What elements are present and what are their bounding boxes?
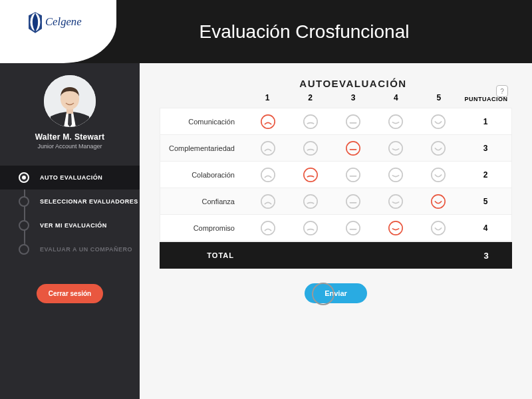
- sidebar-item-0[interactable]: AUTO EVALUACIÓN: [0, 166, 140, 190]
- svg-point-11: [304, 141, 317, 154]
- criterion-label: Colaboración: [160, 171, 247, 179]
- nav-step-dot-icon: [19, 244, 29, 255]
- rating-level-header: 4: [382, 93, 409, 102]
- rating-face-5[interactable]: [430, 114, 446, 130]
- user-role: Junior Account Manager: [35, 143, 105, 150]
- sidebar-item-1[interactable]: SELECCIONAR EVALUADORES: [0, 190, 140, 213]
- user-profile: Walter M. Stewart Junior Account Manager: [35, 63, 105, 163]
- rating-face-5[interactable]: [430, 140, 446, 156]
- rating-face-4[interactable]: [388, 114, 404, 130]
- svg-point-19: [432, 168, 445, 181]
- sidebar-item-label: SELECCIONAR EVALUADORES: [40, 198, 138, 205]
- rating-face-2[interactable]: [303, 167, 319, 183]
- row-score: 3: [460, 144, 511, 153]
- svg-point-26: [304, 221, 317, 234]
- sidebar-item-3: EVALUAR A UN COMPAÑERO: [0, 237, 140, 261]
- row-score: 4: [460, 223, 511, 233]
- rating-face-2[interactable]: [303, 114, 319, 130]
- nav-step-dot-icon: [19, 196, 29, 207]
- rating-face-5[interactable]: [430, 167, 446, 183]
- rating-face-3[interactable]: [345, 114, 361, 130]
- rating-cells: [247, 140, 460, 156]
- rating-face-3[interactable]: [345, 167, 361, 183]
- avatar: [44, 75, 96, 127]
- total-row: TOTAL 3: [160, 242, 512, 269]
- rating-level-header: 3: [340, 93, 366, 102]
- table-row: Comunicación 1: [160, 108, 511, 135]
- brand-logo: Celgene: [0, 0, 116, 63]
- criterion-label: Complementariedad: [160, 144, 247, 152]
- criterion-label: Compromiso: [160, 224, 247, 232]
- table-header-row: AUTOEVALUACIÓN 12345 ? PUNTUACIÓN: [160, 78, 512, 102]
- svg-point-28: [389, 221, 402, 234]
- rating-face-3[interactable]: [345, 220, 361, 236]
- submit-button[interactable]: Enviar: [305, 283, 367, 303]
- rating-face-3[interactable]: [345, 140, 361, 156]
- svg-point-12: [346, 141, 360, 154]
- table-row: Confianza 5: [160, 188, 511, 215]
- svg-point-6: [304, 114, 317, 128]
- rating-face-5[interactable]: [430, 220, 446, 236]
- rating-face-2[interactable]: [303, 220, 319, 236]
- svg-point-18: [389, 168, 402, 181]
- rating-face-4[interactable]: [388, 167, 404, 183]
- total-label: TOTAL: [160, 251, 246, 259]
- app: Celgene Evaluación Crosfuncional: [0, 0, 532, 399]
- row-score: 2: [460, 170, 511, 180]
- submit-area: Enviar: [160, 283, 512, 303]
- rating-cells: [247, 220, 460, 236]
- page-title: Evaluación Crosfuncional: [116, 21, 532, 43]
- svg-point-25: [261, 221, 275, 234]
- rating-cells: [247, 167, 460, 183]
- svg-point-17: [346, 168, 360, 181]
- rating-face-4[interactable]: [388, 194, 404, 209]
- row-score: 5: [460, 197, 511, 206]
- table-title: AUTOEVALUACIÓN: [299, 78, 406, 89]
- svg-point-9: [432, 114, 445, 128]
- svg-point-13: [389, 141, 402, 154]
- svg-text:Celgene: Celgene: [45, 15, 82, 28]
- rating-face-1[interactable]: [260, 140, 276, 156]
- celgene-logo-icon: Celgene: [25, 9, 92, 36]
- table-row: Colaboración 2: [160, 162, 511, 188]
- rating-face-2[interactable]: [303, 140, 319, 156]
- nav-step-dot-icon: [19, 220, 29, 231]
- rating-scale-header: 12345: [246, 93, 460, 102]
- rating-face-1[interactable]: [260, 220, 276, 236]
- svg-point-27: [346, 221, 360, 234]
- nav-step-dot-icon: [19, 172, 29, 183]
- total-value: 3: [460, 251, 512, 261]
- rating-face-5[interactable]: [430, 194, 446, 209]
- svg-point-23: [389, 194, 402, 207]
- rating-face-4[interactable]: [388, 140, 404, 156]
- rating-face-3[interactable]: [345, 194, 361, 209]
- row-score: 1: [460, 117, 511, 126]
- rating-level-header: 2: [297, 93, 324, 102]
- user-name: Walter M. Stewart: [35, 132, 105, 142]
- criterion-label: Comunicación: [160, 118, 247, 126]
- rating-face-2[interactable]: [303, 194, 319, 209]
- table-row: Complementariedad 3: [160, 135, 511, 162]
- sidebar-nav: AUTO EVALUACIÓNSELECCIONAR EVALUADORESVE…: [0, 166, 140, 261]
- sidebar-item-2[interactable]: VER MI EVALUACIÓN: [0, 213, 140, 237]
- svg-point-7: [346, 114, 360, 128]
- svg-point-14: [432, 141, 445, 154]
- help-icon[interactable]: ?: [496, 85, 508, 97]
- evaluation-table: Comunicación 1Complementariedad 3Colabor…: [160, 108, 512, 242]
- svg-point-22: [346, 194, 360, 207]
- svg-point-5: [261, 114, 275, 128]
- sidebar-item-label: VER MI EVALUACIÓN: [40, 222, 107, 229]
- rating-face-4[interactable]: [388, 220, 404, 236]
- sidebar-item-label: EVALUAR A UN COMPAÑERO: [40, 246, 132, 253]
- rating-face-1[interactable]: [260, 194, 276, 209]
- svg-point-24: [432, 194, 445, 207]
- header: Celgene Evaluación Crosfuncional: [0, 0, 532, 63]
- svg-point-15: [261, 168, 275, 181]
- svg-point-10: [261, 141, 275, 154]
- logout-button[interactable]: Cerrar sesión: [37, 284, 103, 303]
- body: Walter M. Stewart Junior Account Manager…: [0, 63, 532, 399]
- svg-point-16: [304, 168, 317, 181]
- criterion-label: Confianza: [160, 198, 247, 205]
- rating-face-1[interactable]: [260, 167, 276, 183]
- rating-face-1[interactable]: [260, 114, 276, 130]
